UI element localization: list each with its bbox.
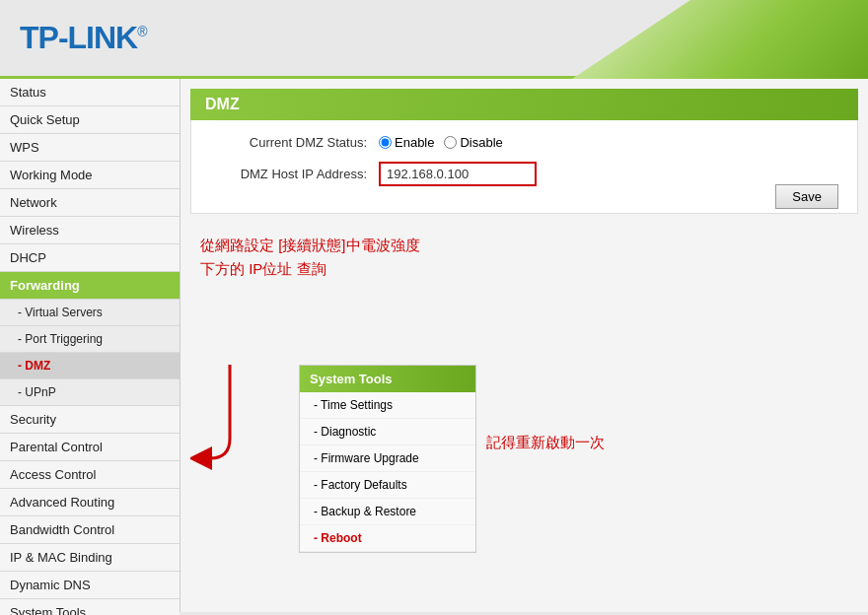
sidebar-item-port-triggering[interactable]: - Port Triggering [0,326,180,353]
system-tools-title: System Tools [300,366,475,392]
trademark-symbol: ® [137,24,146,39]
sidebar-item-system-tools[interactable]: System Tools [0,599,180,615]
sidebar-item-wps[interactable]: WPS [0,134,180,162]
system-tools-item[interactable]: - Time Settings [300,392,475,419]
save-button[interactable]: Save [775,184,838,209]
system-tools-item[interactable]: - Diagnostic [300,419,475,445]
dmz-title: DMZ [205,96,240,112]
main-content: DMZ Current DMZ Status: Enable Disable [181,79,868,612]
sidebar-item-dmz[interactable]: - DMZ [0,353,180,379]
sidebar-item-dhcp[interactable]: DHCP [0,244,180,272]
sidebar-item-access-control[interactable]: Access Control [0,461,180,489]
disable-label: Disable [460,135,502,150]
sidebar-item-security[interactable]: Security [0,406,180,434]
dmz-form: Current DMZ Status: Enable Disable DMZ H… [190,120,858,214]
dmz-status-label: Current DMZ Status: [211,135,379,150]
system-tools-item[interactable]: - Factory Defaults [300,472,475,499]
instructions-block: 從網路設定 [接續狀態]中電波強度 下方的 IP位址 查詢 [190,224,858,291]
sidebar-item-wireless[interactable]: Wireless [0,217,180,244]
logo-text: TP-LINK [20,20,137,55]
system-tools-item[interactable]: - Reboot [300,525,475,552]
sidebar-item-advanced-routing[interactable]: Advanced Routing [0,489,180,516]
system-tools-popup: System Tools - Time Settings- Diagnostic… [299,365,476,553]
dmz-status-radios: Enable Disable [379,135,503,150]
sidebar-item-status[interactable]: Status [0,79,180,106]
remember-text: 記得重新啟動一次 [486,434,605,452]
sidebar-item-working-mode[interactable]: Working Mode [0,162,180,189]
disable-radio-label[interactable]: Disable [444,135,502,150]
sidebar-item-dynamic-dns[interactable]: Dynamic DNS [0,572,180,599]
dmz-ip-row: DMZ Host IP Address: [211,162,837,186]
sidebar-item-ip-mac-binding[interactable]: IP & MAC Binding [0,544,180,572]
sidebar-item-network[interactable]: Network [0,189,180,217]
dmz-status-row: Current DMZ Status: Enable Disable [211,135,837,150]
enable-radio-label[interactable]: Enable [379,135,434,150]
enable-label: Enable [395,135,434,150]
system-tools-item[interactable]: - Firmware Upgrade [300,445,475,472]
instruction-line1: 從網路設定 [接續狀態]中電波強度 [200,234,848,257]
sidebar-item-parental-control[interactable]: Parental Control [0,434,180,461]
sidebar-item-upnp[interactable]: - UPnP [0,379,180,406]
dmz-ip-label: DMZ Host IP Address: [211,167,379,181]
instruction-line2: 下方的 IP位址 查詢 [200,257,848,281]
sidebar-item-forwarding[interactable]: Forwarding [0,272,180,300]
disable-radio[interactable] [444,136,457,149]
sidebar: StatusQuick SetupWPSWorking ModeNetworkW… [0,79,181,612]
sidebar-item-bandwidth-control[interactable]: Bandwidth Control [0,516,180,544]
header-background-decoration [572,0,868,79]
dmz-title-bar: DMZ [190,89,858,120]
arrow-indicator [190,360,250,488]
sidebar-item-quick-setup[interactable]: Quick Setup [0,106,180,134]
system-tools-item[interactable]: - Backup & Restore [300,499,475,525]
save-button-area: Save [775,184,838,209]
brand-logo: TP-LINK® [20,20,147,56]
enable-radio[interactable] [379,136,392,149]
dmz-ip-input[interactable] [379,162,537,186]
sidebar-item-virtual-servers[interactable]: - Virtual Servers [0,300,180,326]
